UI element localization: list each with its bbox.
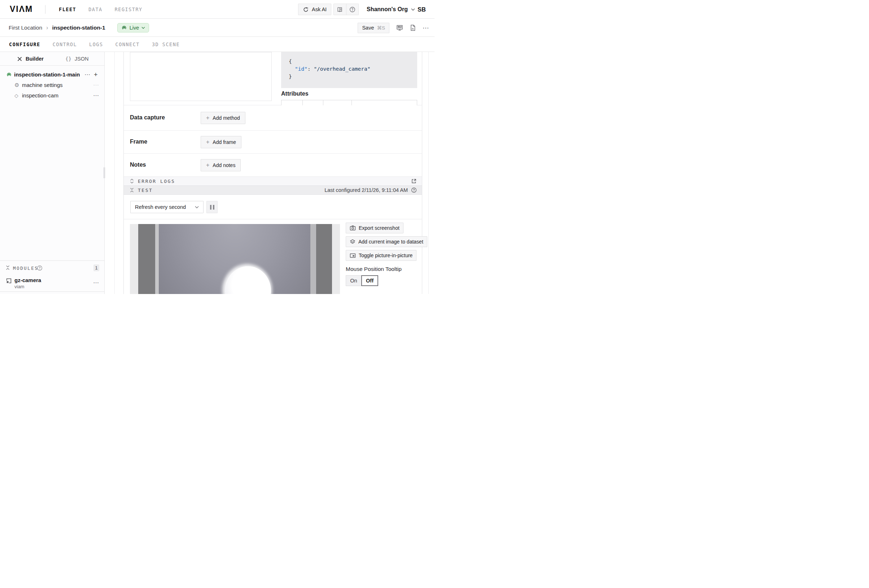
tree-row-inspection-cam[interactable]: ◇ inspection-cam ⋯ bbox=[0, 90, 104, 101]
save-label: Save bbox=[362, 25, 374, 31]
save-button[interactable]: Save ⌘S bbox=[357, 23, 389, 33]
help-group bbox=[334, 4, 359, 15]
export-screenshot-label: Export screenshot bbox=[359, 225, 399, 231]
plus-icon: + bbox=[206, 115, 209, 121]
add-notes-label: Add notes bbox=[212, 162, 235, 168]
scene-left-column bbox=[138, 224, 155, 294]
scene-right-column bbox=[316, 224, 332, 294]
tree-root-label: inspection-station-1-main bbox=[14, 71, 80, 77]
top-nav: VIΛM FLEET DATA REGISTRY Ask AI bbox=[0, 0, 434, 19]
tree-row-machine-main[interactable]: inspection-station-1-main ⋯ + bbox=[0, 69, 104, 80]
mouse-tooltip-label: Mouse Position Tooltip bbox=[346, 266, 421, 273]
tree-item-menu-icon[interactable]: ⋯ bbox=[93, 82, 99, 88]
picture-in-picture-icon bbox=[350, 253, 356, 258]
org-switcher[interactable]: Shannon's Org bbox=[367, 0, 415, 19]
refresh-rate-select[interactable]: Refresh every second bbox=[130, 201, 203, 213]
view-mode-toggle: Builder {} JSON bbox=[0, 52, 104, 66]
attributes-table bbox=[281, 100, 417, 105]
test-label: TEST bbox=[138, 188, 153, 193]
breadcrumb-separator: › bbox=[46, 25, 48, 31]
add-to-dataset-label: Add current image to dataset bbox=[358, 239, 423, 244]
modules-title: MODULES bbox=[13, 265, 38, 271]
sidebar-resize-handle[interactable] bbox=[104, 167, 106, 178]
chevron-down-icon bbox=[195, 206, 199, 209]
chevron-down-icon bbox=[411, 8, 415, 11]
plus-icon: + bbox=[206, 139, 209, 145]
machine-name: inspection-station-1 bbox=[52, 25, 105, 31]
toggle-on-button[interactable]: On bbox=[346, 275, 362, 286]
nav-link-registry[interactable]: REGISTRY bbox=[115, 6, 142, 12]
tree-item-menu-icon[interactable]: ⋯ bbox=[93, 93, 99, 98]
chevron-down-icon bbox=[141, 27, 145, 29]
expand-icon[interactable] bbox=[130, 179, 134, 184]
modules-header: MODULES 1 bbox=[0, 264, 104, 273]
question-circle-icon[interactable] bbox=[411, 187, 417, 193]
user-avatar[interactable]: SB bbox=[418, 0, 426, 19]
org-name: Shannon's Org bbox=[367, 6, 408, 13]
test-divider bbox=[124, 219, 422, 219]
tab-connect[interactable]: CONNECT bbox=[116, 41, 140, 47]
tree-row-machine-settings[interactable]: ⚙ machine settings ⋯ bbox=[0, 80, 104, 90]
diamond-icon: ◇ bbox=[15, 93, 20, 98]
tree-root-menu-icon[interactable]: ⋯ bbox=[85, 72, 90, 77]
error-logs-row[interactable]: ERROR LOGS bbox=[124, 177, 422, 186]
mouse-tooltip-toggle: On Off bbox=[346, 275, 421, 286]
section-label: Data capture bbox=[130, 114, 165, 120]
add-notes-button[interactable]: + Add notes bbox=[201, 159, 241, 171]
broadcast-icon bbox=[121, 25, 127, 31]
docs-book-icon[interactable] bbox=[334, 4, 346, 15]
json-mode-button[interactable]: {} JSON bbox=[65, 52, 89, 66]
toggle-pip-button[interactable]: Toggle picture-in-picture bbox=[346, 250, 417, 261]
add-method-button[interactable]: + Add method bbox=[201, 112, 245, 124]
tab-logs[interactable]: LOGS bbox=[89, 41, 103, 47]
module-name: gz-camera bbox=[15, 277, 41, 283]
toggle-off-button[interactable]: Off bbox=[361, 275, 378, 286]
scene-floor bbox=[159, 224, 310, 294]
section-label: Frame bbox=[130, 138, 147, 145]
attributes-label: Attributes bbox=[281, 90, 308, 97]
add-frame-button[interactable]: + Add frame bbox=[201, 136, 242, 148]
test-row[interactable]: TEST Last configured 2/11/26, 9:11:04 AM bbox=[124, 186, 422, 195]
modules-count-badge: 1 bbox=[93, 264, 99, 271]
live-status-badge[interactable]: Live bbox=[117, 23, 150, 33]
builder-tools-icon bbox=[17, 56, 22, 62]
config-sidebar: Builder {} JSON inspection-station-1-mai… bbox=[0, 52, 105, 294]
log-report-icon[interactable] bbox=[410, 25, 416, 31]
add-component-icon[interactable]: + bbox=[94, 71, 98, 78]
camera-feed-image[interactable] bbox=[130, 224, 340, 294]
ask-ai-button[interactable]: Ask AI bbox=[298, 4, 331, 15]
section-notes: Notes + Add notes bbox=[124, 154, 422, 177]
refresh-rate-value: Refresh every second bbox=[135, 204, 186, 210]
module-menu-icon[interactable]: ⋯ bbox=[93, 280, 99, 286]
add-frame-label: Add frame bbox=[212, 139, 236, 145]
pause-stream-button[interactable] bbox=[206, 201, 218, 213]
modules-panel: MODULES 1 gz-camera viam ⋯ bbox=[0, 261, 104, 292]
help-icon[interactable] bbox=[346, 4, 359, 15]
module-icon bbox=[6, 278, 12, 284]
tab-control[interactable]: CONTROL bbox=[53, 41, 77, 47]
present-screen-icon[interactable] bbox=[396, 25, 403, 31]
camera-actions: Export screenshot Add current image to d… bbox=[346, 222, 421, 286]
question-circle-icon[interactable] bbox=[37, 265, 43, 271]
breadcrumb-location-link[interactable]: First Location bbox=[9, 25, 42, 31]
builder-mode-button[interactable]: Builder bbox=[17, 52, 44, 66]
ai-sparkle-icon bbox=[303, 6, 309, 13]
collapse-icon[interactable] bbox=[6, 265, 10, 270]
primary-nav: FLEET DATA REGISTRY bbox=[59, 0, 142, 19]
scene-right-band bbox=[310, 224, 316, 294]
nav-link-data[interactable]: DATA bbox=[88, 6, 102, 12]
external-link-icon[interactable] bbox=[411, 178, 417, 184]
collapse-icon[interactable] bbox=[130, 188, 134, 193]
avatar-initials: SB bbox=[418, 6, 426, 13]
error-logs-label: ERROR LOGS bbox=[138, 179, 175, 184]
nav-link-fleet[interactable]: FLEET bbox=[59, 6, 76, 12]
content-gutter-left bbox=[114, 52, 115, 294]
config-code-preview: { "id": "/overhead_camera" } bbox=[281, 52, 417, 88]
more-options-icon[interactable]: ⋯ bbox=[423, 25, 429, 31]
export-screenshot-button[interactable]: Export screenshot bbox=[346, 222, 403, 233]
module-provider: viam bbox=[15, 284, 24, 289]
machine-actions: Save ⌘S ⋯ bbox=[357, 19, 429, 37]
tab-3d-scene[interactable]: 3D SCENE bbox=[152, 41, 180, 47]
tab-configure[interactable]: CONFIGURE bbox=[9, 41, 40, 47]
add-to-dataset-button[interactable]: Add current image to dataset bbox=[346, 236, 427, 247]
